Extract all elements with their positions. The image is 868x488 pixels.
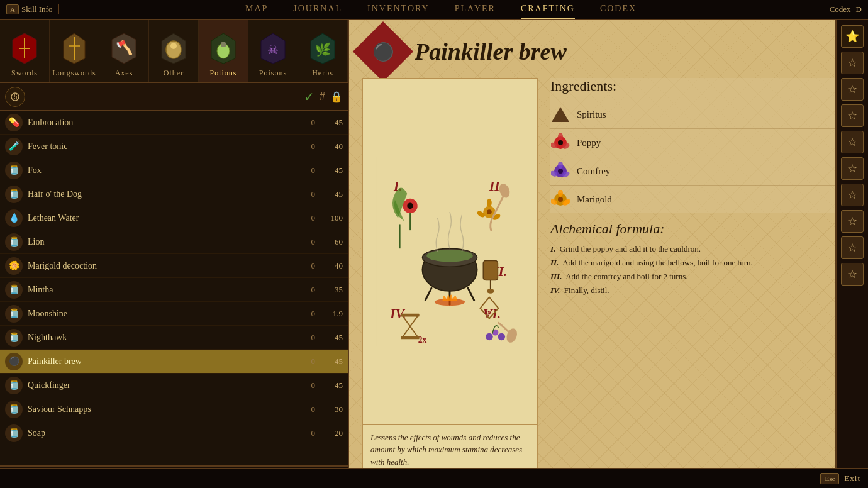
spiritus-name: Spiritus [577, 109, 849, 120]
list-item[interactable]: 🫙 Lion 0 60 [0, 230, 348, 254]
list-item-selected[interactable]: ⚫ Painkiller brew 0 45 [0, 350, 348, 374]
item-count: 0 [303, 333, 315, 343]
item-name: Fever tonic [28, 141, 298, 152]
bottom-bar: Esc Exit [0, 468, 868, 488]
recipe-info: Ingredients: Spiritus [550, 78, 855, 475]
star-badge-10[interactable]: ☆ [841, 263, 864, 286]
filter-bar: ✓ # 🔒 [0, 83, 348, 111]
item-name: Hair o' the Dog [28, 189, 298, 199]
list-item[interactable]: 🫙 Saviour Schnapps 0 30 [0, 397, 348, 421]
filter-check-icon[interactable]: ✓ [304, 89, 314, 104]
svg-point-20 [14, 98, 15, 99]
filter-hash-icon[interactable]: # [320, 90, 325, 103]
cat-herbs[interactable]: 🌿 Herbs [298, 20, 348, 82]
item-name: Marigold decoction [28, 261, 298, 271]
cat-poisons[interactable]: ☠ Poisons [248, 20, 298, 82]
cat-longswords[interactable]: Longswords [50, 20, 99, 82]
item-count: 0 [303, 261, 315, 271]
cat-axes-icon: 🪓 [106, 31, 142, 66]
item-icon: 🫙 [5, 305, 23, 323]
filter-lock-icon[interactable]: 🔒 [330, 91, 343, 103]
star-badge-2[interactable]: ☆ [841, 52, 864, 74]
svg-rect-56 [401, 314, 420, 317]
nav-crafting[interactable]: CRAFTING [521, 0, 575, 19]
nav-menu: MAP JOURNAL INVENTORY PLAYER CRAFTING CO… [59, 0, 822, 19]
list-item[interactable]: 🫙 Mintha 0 35 [0, 278, 348, 302]
svg-point-36 [426, 250, 473, 262]
star-badge-1[interactable]: ⭐ [841, 25, 864, 48]
list-item[interactable]: 💧 Lethean Water 0 100 [0, 206, 348, 230]
list-item[interactable]: 🧪 Fever tonic 0 40 [0, 135, 348, 158]
item-name: Embrocation [28, 118, 298, 128]
item-price: 100 [320, 213, 343, 223]
cat-swords[interactable]: Swords [0, 20, 50, 82]
ingredient-row-marigold: Marigold 0 / 1 [550, 186, 855, 213]
svg-text:🌿: 🌿 [315, 42, 331, 57]
svg-text:☠: ☠ [267, 43, 279, 57]
comfrey-icon [550, 161, 570, 181]
svg-point-42 [487, 199, 492, 208]
item-name: Moonshine [28, 309, 298, 319]
item-price: 45 [320, 189, 343, 199]
star-badge-6[interactable]: ☆ [841, 157, 864, 180]
svg-point-48 [487, 289, 494, 294]
list-item[interactable]: 🫙 Fox 0 45 [0, 158, 348, 182]
cat-herbs-icon: 🌿 [305, 31, 340, 66]
formula-step-1: I. Grind the poppy and add it to the cau… [550, 242, 855, 256]
svg-point-10 [170, 43, 177, 49]
cat-other[interactable]: Other [149, 20, 199, 82]
item-count: 0 [303, 118, 315, 128]
list-item[interactable]: 🫙 Moonshine 0 1.9 [0, 302, 348, 326]
item-name: Nighthawk [28, 333, 298, 343]
item-icon: 🫙 [5, 186, 23, 203]
star-badge-5[interactable]: ☆ [841, 131, 864, 153]
star-badge-8[interactable]: ☆ [841, 210, 864, 233]
item-name: Painkiller brew [28, 357, 298, 367]
ingredient-row-spiritus: Spiritus [550, 101, 855, 129]
svg-point-59 [558, 140, 563, 145]
nav-player[interactable]: PLAYER [455, 0, 496, 19]
list-item[interactable]: 🫙 Hair o' the Dog 0 45 [0, 182, 348, 206]
list-item[interactable]: 💊 Embrocation 0 45 [0, 111, 348, 135]
star-badge-3[interactable]: ☆ [841, 78, 864, 101]
list-item[interactable]: 🫙 Quickfinger 0 45 [0, 374, 348, 397]
cat-potions[interactable]: Potions [199, 20, 248, 82]
svg-point-51 [486, 333, 493, 341]
nav-map[interactable]: MAP [245, 0, 268, 19]
step-num-2: II. [550, 258, 559, 267]
recipe-body: I. II. III. IV. V. VI. [349, 78, 868, 488]
category-tabs: Swords Longswords 🪓 [0, 20, 348, 83]
illustration-art: I. II. III. IV. V. VI. [363, 79, 537, 424]
cat-longswords-icon [57, 31, 92, 66]
item-icon: 🫙 [5, 162, 23, 179]
item-icon: ⚫ [5, 353, 23, 370]
nav-journal[interactable]: JOURNAL [293, 0, 342, 19]
svg-point-38 [407, 203, 413, 209]
list-item[interactable]: 🫙 Soap 0 20 [0, 421, 348, 445]
item-count: 0 [303, 165, 315, 175]
filter-icon-circle[interactable] [5, 87, 25, 107]
item-icon: 🫙 [5, 377, 23, 394]
codex-right-label: Codex [830, 4, 851, 14]
nav-codex[interactable]: CODEX [600, 0, 637, 19]
list-item[interactable]: 🫙 Nighthawk 0 45 [0, 326, 348, 350]
nav-inventory[interactable]: INVENTORY [367, 0, 430, 19]
cat-longswords-label: Longswords [52, 69, 96, 78]
left-panel: Swords Longswords 🪓 [0, 20, 349, 488]
item-price: 45 [320, 165, 343, 175]
item-icon: 🧪 [5, 138, 23, 155]
skill-info-label: Skill Info [21, 4, 52, 14]
item-name: Lethean Water [28, 213, 298, 223]
star-badge-9[interactable]: ☆ [841, 236, 864, 259]
step-num-1: I. [550, 244, 555, 253]
item-icon: 🫙 [5, 424, 23, 442]
cat-axes[interactable]: 🪓 Axes [99, 20, 149, 82]
exit-label[interactable]: Exit [844, 474, 860, 484]
formula-step-2: II. Add the marigold and using the bello… [550, 256, 855, 270]
step-num-4: IV. [550, 286, 560, 295]
star-badge-7[interactable]: ☆ [841, 184, 864, 206]
star-badge-4[interactable]: ☆ [841, 104, 864, 127]
item-price: 40 [320, 261, 343, 271]
list-item[interactable]: 🌼 Marigold decoction 0 40 [0, 254, 348, 278]
svg-text:2x: 2x [418, 335, 427, 345]
